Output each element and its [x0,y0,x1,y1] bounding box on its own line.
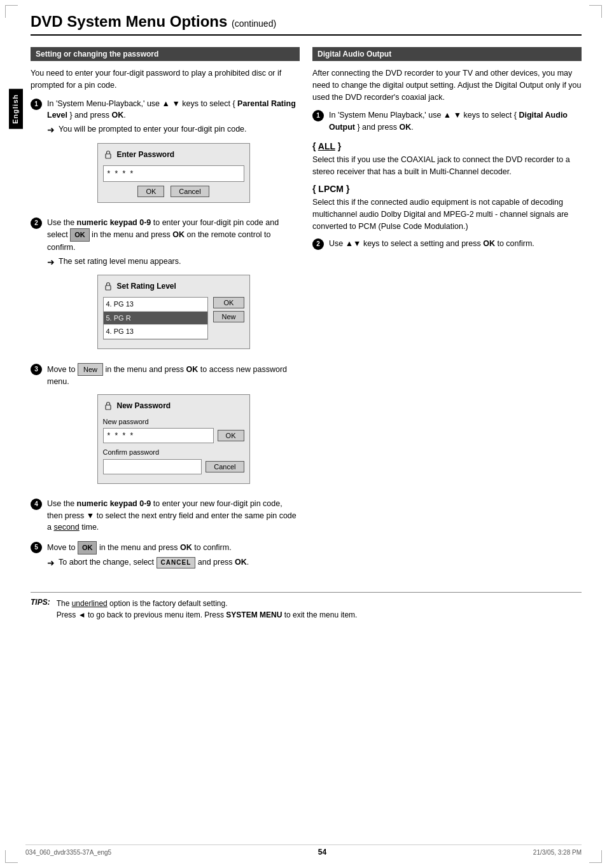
rating-ok-btn[interactable]: OK [213,297,244,308]
rating-side-buttons: OK New [213,297,244,340]
enter-password-ok-btn[interactable]: OK [137,186,164,197]
step-1: 1 In 'System Menu-Playback,' use ▲ ▼ key… [31,98,300,209]
step5-ok-final: OK [235,558,247,567]
new-password-field2-row: Cancel [103,459,244,474]
tips-section: TIPS: The underlined option is the facto… [31,592,582,621]
lpcm-section: { LPCM } Select this if the connected au… [312,184,582,232]
step2-arrow-note: ➜ The set rating level menu appears. [47,256,300,269]
right-step-1: 1 In 'System Menu Playback,' use ▲ ▼ key… [312,109,582,134]
new-password-cancel-btn[interactable]: Cancel [206,461,244,472]
step1-arrow-note: ➜ You will be prompted to enter your fou… [47,124,300,137]
left-intro-text: You need to enter your four-digit passwo… [31,67,300,92]
set-rating-dialog-title: Set Rating Level [117,280,176,292]
step-5-number: 5 [31,542,42,553]
step2-bold1: numeric keypad 0-9 [77,218,151,227]
rating-item-3: 4. PG 13 [104,325,208,339]
step5-arrow-note: ➜ To abort the change, select CANCEL and… [47,557,300,570]
svg-rect-0 [106,154,111,158]
right-column: Digital Audio Output After connecting th… [312,47,582,579]
title-continued: (continued) [232,18,276,29]
svg-rect-2 [106,405,111,410]
set-rating-title: Set Rating Level [103,280,244,292]
right-section-header: Digital Audio Output [312,47,582,61]
step5-note-text: To abort the change, select CANCEL and p… [59,557,249,568]
step-5: 5 Move to OK in the menu and press OK to… [31,541,300,572]
step-3-content: Move to New in the menu and press OK to … [47,363,300,490]
step-3: 3 Move to New in the menu and press OK t… [31,363,300,490]
new-password-title: New Password [103,400,244,411]
step2-ok2: OK [172,230,185,239]
all-section: { ALL } Select this if you use the COAXI… [312,141,582,178]
main-content: DVD System Menu Options (continued) Sett… [31,13,582,621]
step5-ok: OK [180,543,192,552]
rating-new-btn[interactable]: New [213,311,244,322]
step-1-content: In 'System Menu-Playback,' use ▲ ▼ keys … [47,98,300,209]
right-step-2-number: 2 [312,238,324,250]
step3-ok: OK [186,365,199,374]
new-password-label1: New password [103,417,244,427]
step-3-number: 3 [31,364,42,375]
page-number: 54 [318,848,326,857]
new-password-field1-row: * * * * OK [103,428,244,443]
all-underline: ALL [318,141,335,151]
enter-password-dialog: Enter Password * * * * OK Cancel [97,143,250,203]
rating-list-items: 4. PG 13 5. PG R 4. PG 13 [103,297,209,340]
right-step1-highlight: Digital Audio Output [329,111,568,132]
footer-file: 034_060_dvdr3355-37A_eng5 [25,849,111,856]
tips-underline: underlined [72,599,108,608]
right-step1-ok: OK [399,123,411,132]
step2-ok-inline: OK [70,228,90,242]
page-title: DVD System Menu Options (continued) [31,13,582,36]
step-1-number: 1 [31,99,42,110]
right-step-2-content: Use ▲▼ keys to select a setting and pres… [329,238,582,250]
right-step2-ok: OK [483,239,495,248]
right-intro-text: After connecting the DVD recorder to you… [312,67,582,103]
enter-password-cancel-btn[interactable]: Cancel [171,186,209,197]
left-column: Setting or changing the password You nee… [31,47,300,579]
all-text: Select this if you use the COAXIAL jack … [312,154,582,178]
sidebar-language-label: English [9,89,23,129]
step-4-content: Use the numeric keypad 0-9 to enter your… [47,498,300,534]
step-2-number: 2 [31,217,42,229]
tips-content: The underlined option is the factory def… [57,598,358,621]
step-5-content: Move to OK in the menu and press OK to c… [47,541,300,572]
step1-note-text: You will be prompted to enter your four-… [59,124,247,135]
lock-icon-3 [103,401,113,411]
all-title: { ALL } [312,141,582,151]
arrow-symbol-5: ➜ [47,557,55,570]
rating-item-1: 4. PG 13 [104,298,208,312]
new-password-ok-btn[interactable]: OK [218,430,244,441]
new-password-label2: Confirm password [103,447,244,458]
tips-line2: Press ◄ to go back to previous menu item… [57,609,358,621]
footer-date: 21/3/05, 3:28 PM [533,849,582,856]
tips-label: TIPS: [31,598,50,621]
new-password-dialog: New Password New password * * * * OK Con… [97,394,250,484]
step2-note-text: The set rating level menu appears. [59,256,181,268]
lock-icon-2 [103,281,113,291]
corner-decoration-bl [5,850,18,863]
lock-icon [103,149,113,160]
new-password-field2 [103,459,202,474]
right-step-1-content: In 'System Menu Playback,' use ▲ ▼ keys … [329,109,582,134]
set-rating-dialog: Set Rating Level 4. PG 13 5. PG R 4. PG … [97,275,250,349]
step3-new-btn: New [78,363,103,376]
rating-list: 4. PG 13 5. PG R 4. PG 13 OK New [103,297,244,340]
password-field: * * * * [103,165,244,182]
step-4: 4 Use the numeric keypad 0-9 to enter yo… [31,498,300,534]
corner-decoration-tl [5,5,18,18]
step4-underline: second [53,523,79,532]
right-step-1-number: 1 [312,110,324,121]
arrow-symbol-2: ➜ [47,256,55,269]
step5-ok-inline: OK [78,541,97,555]
enter-password-buttons: OK Cancel [103,186,244,197]
lpcm-title: { LPCM } [312,184,582,194]
page-footer: 034_060_dvdr3355-37A_eng5 54 21/3/05, 3:… [25,844,582,857]
step-2: 2 Use the numeric keypad 0-9 to enter yo… [31,217,300,355]
title-text: DVD System Menu Options [31,13,227,30]
tips-line1: The underlined option is the factory def… [57,598,358,609]
left-section-header: Setting or changing the password [31,47,300,61]
step1-highlight: Parental Rating Level [47,99,296,120]
step4-bold1: numeric keypad 0-9 [77,499,151,508]
step1-ok: OK [111,111,123,120]
two-column-layout: Setting or changing the password You nee… [31,47,582,579]
